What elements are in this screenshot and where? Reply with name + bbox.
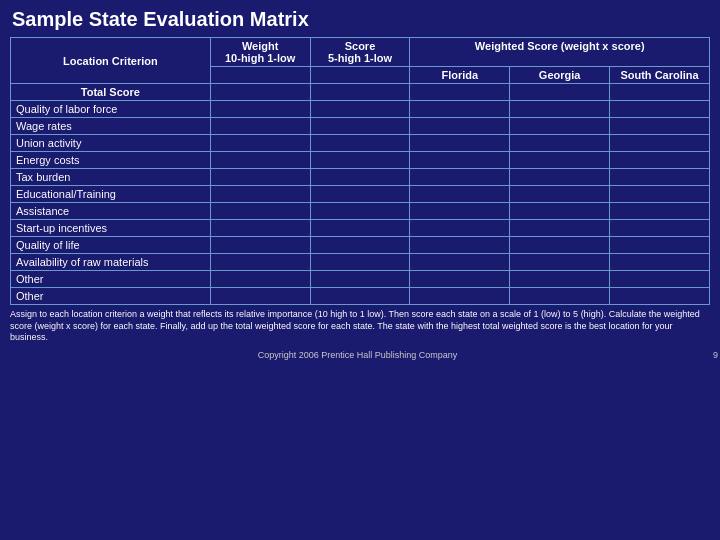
page-title: Sample State Evaluation Matrix [0, 0, 720, 37]
criteria-cell: Other [11, 288, 211, 305]
copyright-text: Copyright 2006 Prentice Hall Publishing … [258, 350, 458, 360]
total-georgia [510, 84, 610, 101]
criteria-cell: Union activity [11, 135, 211, 152]
criteria-cell: Quality of life [11, 237, 211, 254]
table-row: Tax burden [11, 169, 710, 186]
footer-text: Assign to each location criterion a weig… [0, 305, 720, 348]
table-row: Educational/Training [11, 186, 710, 203]
weight-header: Weight 10-high 1-low [210, 38, 310, 67]
total-weight-cell [210, 84, 310, 101]
total-score-cell [310, 84, 410, 101]
criteria-cell: Quality of labor force [11, 101, 211, 118]
criteria-cell: Energy costs [11, 152, 211, 169]
criteria-cell: Educational/Training [11, 186, 211, 203]
florida-header: Florida [410, 67, 510, 84]
table-row: Start-up incentives [11, 220, 710, 237]
total-sc [610, 84, 710, 101]
copyright-bar: Copyright 2006 Prentice Hall Publishing … [0, 348, 720, 362]
georgia-header: Georgia [510, 67, 610, 84]
score-header: Score 5-high 1-low [310, 38, 410, 67]
weighted-score-header: Weighted Score (weight x score) [410, 38, 710, 67]
table-row: Energy costs [11, 152, 710, 169]
south-carolina-header: South Carolina [610, 67, 710, 84]
criteria-cell: Other [11, 271, 211, 288]
main-content: Location Criterion Weight 10-high 1-low … [0, 37, 720, 305]
table-row: Other [11, 271, 710, 288]
table-row: Availability of raw materials [11, 254, 710, 271]
total-score-row: Total Score [11, 84, 710, 101]
weight-col-spacer [210, 67, 310, 84]
criteria-cell: Start-up incentives [11, 220, 211, 237]
criteria-cell: Tax burden [11, 169, 211, 186]
score-col-spacer [310, 67, 410, 84]
total-score-label: Total Score [11, 84, 211, 101]
criteria-cell: Availability of raw materials [11, 254, 211, 271]
table-row: Union activity [11, 135, 710, 152]
criteria-cell: Wage rates [11, 118, 211, 135]
criteria-cell: Assistance [11, 203, 211, 220]
table-row: Assistance [11, 203, 710, 220]
table-row: Other [11, 288, 710, 305]
table-row: Quality of labor force [11, 101, 710, 118]
table-row: Wage rates [11, 118, 710, 135]
total-florida [410, 84, 510, 101]
table-row: Quality of life [11, 237, 710, 254]
location-criterion-header: Location Criterion [11, 38, 211, 84]
evaluation-table: Location Criterion Weight 10-high 1-low … [10, 37, 710, 305]
page-number: 9 [713, 350, 718, 360]
